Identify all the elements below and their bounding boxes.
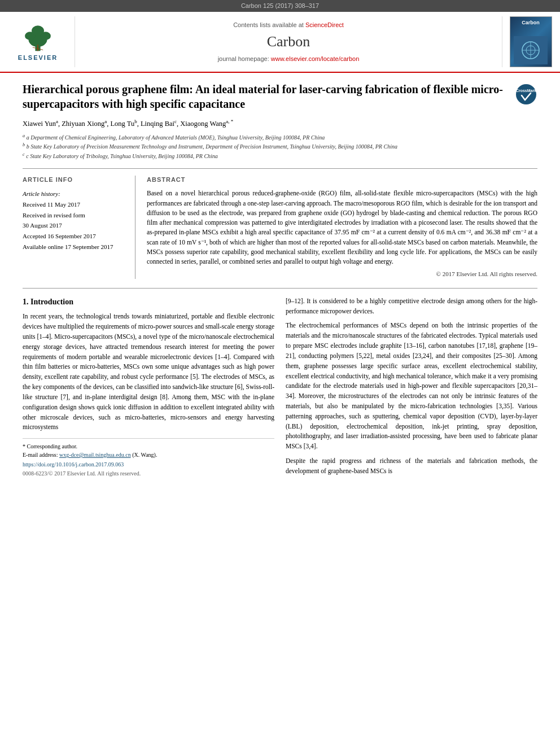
homepage-label: journal homepage: xyxy=(218,55,269,62)
cover-art-icon xyxy=(517,39,545,62)
body-left-column: 1. Introduction In recent years, the tec… xyxy=(23,296,274,481)
email-suffix: (X. Wang). xyxy=(132,452,157,458)
svg-point-4 xyxy=(32,26,44,36)
intro-paragraph-1: In recent years, the technological trend… xyxy=(23,312,274,433)
affiliation-b: b b State Key Laboratory of Precision Me… xyxy=(23,142,537,151)
body-right-column: [9–12]. It is considered to be a highly … xyxy=(286,296,537,481)
contents-available-label: Contents lists available at xyxy=(233,21,304,28)
crossmark-badge-icon: CrossMark xyxy=(515,83,537,106)
cover-graphic xyxy=(514,36,548,64)
received-revised-label: Received in revised form xyxy=(23,210,127,221)
history-label: Article history: xyxy=(23,189,127,199)
abstract-text: Based on a novel hierarchical porous red… xyxy=(147,189,537,267)
authors-line: Xiawei Yuna, Zhiyuan Xionga, Long Tub, L… xyxy=(23,118,537,129)
elsevier-tree-icon xyxy=(18,21,58,53)
doi-anchor[interactable]: https://doi.org/10.1016/j.carbon.2017.09… xyxy=(23,461,124,468)
received-date: Received 11 May 2017 xyxy=(23,199,127,210)
article-info-column: ARTICLE INFO Article history: Received 1… xyxy=(23,176,135,279)
journal-cover-image: Carbon xyxy=(510,16,552,67)
article-title: Hierarchical porous graphene film: An id… xyxy=(23,82,509,111)
sciencedirect-line: Contents lists available at ScienceDirec… xyxy=(233,21,344,29)
svg-text:CrossMark: CrossMark xyxy=(516,89,536,93)
email-label: E-mail address: xyxy=(23,452,58,458)
article-title-area: Hierarchical porous graphene film: An id… xyxy=(23,82,537,111)
body-content-area: 1. Introduction In recent years, the tec… xyxy=(23,288,537,481)
journal-citation: Carbon 125 (2017) 308–317 xyxy=(241,2,319,9)
author-email-link[interactable]: wxg-dce@mail.tsinghua.edu.cn xyxy=(59,452,131,458)
footnote-area: * Corresponding author. E-mail address: … xyxy=(23,438,274,478)
author-linqing-bai: Linqing Bai xyxy=(141,120,174,128)
journal-cover-area: Carbon xyxy=(508,16,553,67)
affiliation-a: a a Department of Chemical Engineering, … xyxy=(23,133,537,142)
article-history: Article history: Received 11 May 2017 Re… xyxy=(23,189,127,252)
right-paragraph-2: Despite the rapid progress and richness … xyxy=(286,456,537,477)
right-paragraph-1: The electrochemical performances of MSCs… xyxy=(286,321,537,452)
svg-point-11 xyxy=(516,84,536,104)
right-paragraph-start: [9–12]. It is considered to be a highly … xyxy=(286,296,537,317)
author-xiawei-yun: Xiawei Yun xyxy=(23,120,56,128)
abstract-column: ABSTRACT Based on a novel hierarchical p… xyxy=(147,176,537,279)
crossmark-icon: CrossMark xyxy=(515,83,537,106)
cover-journal-name: Carbon xyxy=(522,19,540,27)
homepage-link[interactable]: www.elsevier.com/locate/carbon xyxy=(271,55,360,62)
article-info-abstract-section: ARTICLE INFO Article history: Received 1… xyxy=(23,168,537,279)
journal-homepage-line: journal homepage: www.elsevier.com/locat… xyxy=(218,55,360,63)
affiliation-c: c c State Key Laboratory of Tribology, T… xyxy=(23,151,537,160)
elsevier-logo-area: ELSEVIER xyxy=(7,16,69,67)
journal-title: Carbon xyxy=(267,32,310,52)
sciencedirect-link[interactable]: ScienceDirect xyxy=(305,21,344,28)
author-zhiyuan-xiong: Zhiyuan Xiong xyxy=(62,120,104,128)
journal-citation-bar: Carbon 125 (2017) 308–317 xyxy=(0,0,560,12)
copyright-notice: © 2017 Elsevier Ltd. All rights reserved… xyxy=(147,270,537,278)
introduction-heading: 1. Introduction xyxy=(23,296,274,308)
author-xiaogong-wang: Xiaogong Wang xyxy=(180,120,226,128)
accepted-date: Accepted 16 September 2017 xyxy=(23,231,127,242)
available-online-date: Available online 17 September 2017 xyxy=(23,242,127,252)
journal-center-header: Contents lists available at ScienceDirec… xyxy=(75,16,502,67)
received-revised-date: 30 August 2017 xyxy=(23,220,127,231)
author-long-tu: Long Tu xyxy=(110,120,134,128)
corresponding-author-note: * Corresponding author. xyxy=(23,442,274,451)
article-content: Hierarchical porous graphene film: An id… xyxy=(0,73,560,490)
page: Carbon 125 (2017) 308–317 ELSEVIER xyxy=(0,0,560,747)
article-info-label: ARTICLE INFO xyxy=(23,176,127,184)
affiliations-area: a a Department of Chemical Engineering, … xyxy=(23,133,537,160)
elsevier-wordmark: ELSEVIER xyxy=(18,54,58,62)
abstract-label: ABSTRACT xyxy=(147,176,537,184)
journal-header: ELSEVIER Contents lists available at Sci… xyxy=(0,12,560,73)
doi-link: https://doi.org/10.1016/j.carbon.2017.09… xyxy=(23,461,274,469)
issn-line: 0008-6223/© 2017 Elsevier Ltd. All right… xyxy=(23,470,274,478)
elsevier-logo: ELSEVIER xyxy=(18,21,58,62)
email-footnote: E-mail address: wxg-dce@mail.tsinghua.ed… xyxy=(23,451,274,459)
